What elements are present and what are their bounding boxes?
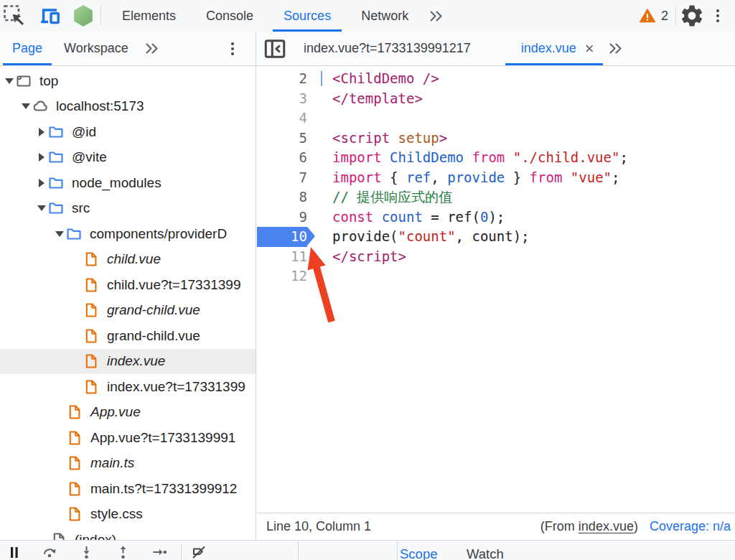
code-text[interactable]: // 提供响应式的值 bbox=[307, 187, 452, 207]
tree-item-label: main.ts?t=17331399912 bbox=[90, 481, 237, 497]
tab-console[interactable]: Console bbox=[191, 0, 268, 32]
tree-item--id[interactable]: @id bbox=[0, 119, 256, 145]
tab-page[interactable]: Page bbox=[1, 32, 53, 65]
line-number[interactable]: 8 bbox=[257, 187, 307, 207]
disclosure-expanded-icon[interactable] bbox=[3, 78, 15, 84]
device-toolbar-icon[interactable] bbox=[37, 3, 63, 29]
tree-item-child-vue-t-17331399[interactable]: child.vue?t=17331399 bbox=[0, 272, 256, 298]
tree-item-app-vue[interactable]: App.vue bbox=[0, 400, 256, 426]
tree-item-src[interactable]: src bbox=[0, 196, 256, 222]
more-panels-icon[interactable] bbox=[423, 3, 449, 29]
divider bbox=[397, 541, 398, 560]
line-number[interactable]: 2 bbox=[257, 69, 307, 89]
code-line-6: 6import ChildDemo from "./child.vue"; bbox=[257, 148, 735, 168]
deactivate-breakpoints-icon[interactable] bbox=[191, 544, 208, 560]
tab-scope[interactable]: Scope bbox=[400, 546, 437, 560]
step-over-icon[interactable] bbox=[42, 544, 59, 560]
disclosure-collapsed-icon[interactable] bbox=[35, 153, 47, 162]
divider bbox=[181, 543, 182, 560]
navigator-menu-kebab-icon[interactable] bbox=[220, 36, 245, 62]
inspect-element-icon[interactable] bbox=[1, 3, 27, 29]
tree-item-label: grand-child.vue bbox=[107, 328, 200, 344]
step-into-icon[interactable] bbox=[79, 544, 96, 560]
folder-icon bbox=[47, 149, 65, 166]
tree-item-label: localhost:5173 bbox=[56, 98, 144, 114]
tree-item-style-css[interactable]: style.css bbox=[0, 502, 256, 528]
tree-item-top[interactable]: top bbox=[0, 68, 256, 94]
code-text[interactable] bbox=[307, 108, 332, 129]
code-text[interactable]: </template> bbox=[307, 89, 423, 109]
code-text[interactable]: <ChildDemo /> bbox=[307, 69, 439, 89]
tree-item-index-vue-t-17331399[interactable]: index.vue?t=17331399 bbox=[0, 374, 256, 400]
code-text[interactable]: provide("count", count); bbox=[307, 227, 530, 247]
tree-item-label: components/providerD bbox=[90, 226, 227, 242]
source-file-link[interactable]: index.vue bbox=[579, 519, 634, 533]
tab-sources[interactable]: Sources bbox=[268, 0, 346, 32]
tree-item-main-ts-t-17331399912[interactable]: main.ts?t=17331399912 bbox=[0, 476, 256, 502]
green-hexagon-extension-icon[interactable] bbox=[70, 3, 96, 29]
disclosure-collapsed-icon[interactable] bbox=[35, 179, 47, 187]
tree-item--vite[interactable]: @vite bbox=[0, 145, 256, 171]
tab-workspace[interactable]: Workspace bbox=[53, 32, 139, 65]
tree-item-components-providerd[interactable]: components/providerD bbox=[0, 221, 256, 247]
breakpoint-marker[interactable]: 10 bbox=[257, 227, 307, 247]
main-toolbar: Elements Console Sources Network 2 bbox=[0, 0, 735, 32]
editor-tab-label: index.vue bbox=[521, 41, 576, 56]
code-text[interactable]: import { ref, provide } from "vue"; bbox=[307, 168, 619, 188]
warning-count: 2 bbox=[661, 9, 668, 24]
code-line-9: 9const count = ref(0); bbox=[257, 207, 735, 228]
line-number[interactable]: 12 bbox=[257, 266, 307, 286]
more-editor-tabs-icon[interactable] bbox=[603, 36, 629, 62]
editor-tab-index-vue[interactable]: index.vue × bbox=[505, 32, 603, 65]
pause-script-icon[interactable] bbox=[6, 544, 23, 560]
file-icon bbox=[83, 353, 100, 370]
close-tab-icon[interactable]: × bbox=[585, 41, 594, 57]
code-text[interactable]: <script setup> bbox=[307, 129, 447, 149]
code-text[interactable]: const count = ref(0); bbox=[307, 207, 505, 228]
tree-item-grand-child-vue[interactable]: grand-child.vue bbox=[0, 298, 256, 324]
tree-item-grand-child-vue[interactable]: grand-child.vue bbox=[0, 323, 256, 349]
issues-warning-badge[interactable]: 2 bbox=[632, 7, 675, 24]
disclosure-collapsed-icon[interactable] bbox=[35, 128, 47, 136]
editor-status-bar: Line 10, Column 1 (From index.vue) Cover… bbox=[257, 513, 735, 540]
tree-item-localhost-5173[interactable]: localhost:5173 bbox=[0, 94, 256, 120]
active-tab-underline bbox=[505, 63, 603, 65]
tree-item-label: child.vue bbox=[107, 251, 161, 267]
line-number[interactable]: 9 bbox=[257, 207, 307, 228]
line-number[interactable]: 7 bbox=[257, 168, 307, 188]
line-number[interactable]: 5 bbox=[257, 129, 307, 149]
file-icon bbox=[83, 378, 100, 396]
editor-tab-index-vue-t[interactable]: index.vue?t=1733139991217 bbox=[288, 32, 487, 65]
line-number[interactable]: 6 bbox=[257, 148, 307, 168]
tree-item-main-ts[interactable]: main.ts bbox=[0, 451, 256, 477]
step-out-icon[interactable] bbox=[116, 544, 133, 560]
disclosure-expanded-icon[interactable] bbox=[35, 205, 47, 211]
tab-network[interactable]: Network bbox=[346, 0, 423, 32]
tree-item-child-vue[interactable]: child.vue bbox=[0, 247, 256, 273]
step-icon[interactable] bbox=[151, 544, 169, 560]
code-area[interactable]: 2<ChildDemo />3</template>45<script setu… bbox=[257, 66, 735, 513]
line-number[interactable]: 11 bbox=[257, 247, 307, 267]
tree-item-index-vue[interactable]: index.vue bbox=[0, 349, 256, 375]
code-text[interactable]: </script> bbox=[307, 247, 406, 267]
toggle-navigator-panel-icon[interactable] bbox=[262, 36, 288, 62]
more-navigator-tabs-icon[interactable] bbox=[139, 36, 165, 62]
settings-gear-icon[interactable] bbox=[679, 3, 705, 29]
tree-item-node-modules[interactable]: node_modules bbox=[0, 170, 256, 196]
divider bbox=[675, 6, 676, 25]
line-number[interactable]: 4 bbox=[257, 108, 307, 129]
tab-elements[interactable]: Elements bbox=[107, 0, 191, 32]
folder-icon bbox=[65, 225, 83, 243]
tree-item-label: node_modules bbox=[72, 175, 161, 191]
tree-item--index-[interactable]: (index) bbox=[0, 527, 256, 540]
line-number[interactable]: 3 bbox=[257, 89, 307, 109]
coverage-link[interactable]: Coverage: n/a bbox=[650, 519, 731, 534]
code-text[interactable]: import ChildDemo from "./child.vue"; bbox=[307, 148, 628, 168]
devtools-menu-kebab-icon[interactable] bbox=[705, 3, 731, 29]
disclosure-expanded-icon[interactable] bbox=[19, 103, 32, 109]
tab-watch[interactable]: Watch bbox=[467, 546, 504, 560]
tree-item-label: grand-child.vue bbox=[107, 302, 200, 318]
code-text[interactable] bbox=[307, 266, 332, 286]
disclosure-expanded-icon[interactable] bbox=[53, 231, 65, 237]
tree-item-app-vue-t-1733139991[interactable]: App.vue?t=1733139991 bbox=[0, 425, 256, 451]
